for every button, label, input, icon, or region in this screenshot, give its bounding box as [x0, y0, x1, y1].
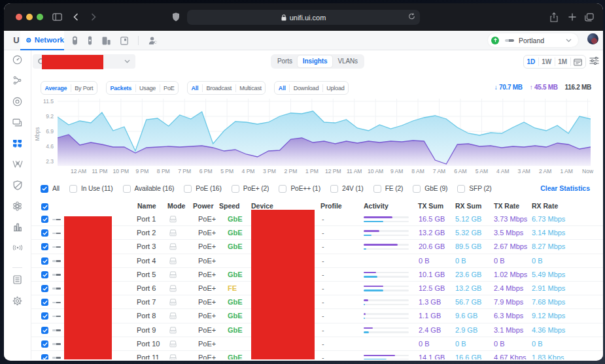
- control-by-port[interactable]: By Port: [71, 85, 97, 91]
- tab-ports[interactable]: Ports: [272, 56, 298, 67]
- sidebar-item-vpn[interactable]: [4, 197, 31, 214]
- sidebar-item-radios[interactable]: [4, 239, 31, 256]
- table-row[interactable]: Port 7PoE+GbE-1.3 GB56.7 GB7.9 Mbps7.68 …: [31, 295, 603, 309]
- table-row[interactable]: Port 5PoE+GbE-10.1 GB23.6 GB1.02 Mbps5.4…: [31, 268, 603, 282]
- filter-24v-1[interactable]: 24V (1): [330, 185, 364, 193]
- back-button[interactable]: [71, 3, 80, 31]
- admins-icon[interactable]: [148, 37, 158, 45]
- traffic-chart[interactable]: 2.34.66.99.211.5Mbps12 AM11 PM10 PM9 PM8…: [31, 96, 603, 176]
- filter-gbe-9[interactable]: GbE (9): [413, 185, 447, 193]
- minimize-window-button[interactable]: [26, 14, 33, 20]
- column-header-name[interactable]: Name: [137, 202, 156, 210]
- protect-app-icon[interactable]: [72, 36, 78, 45]
- tab-vlans[interactable]: VLANs: [332, 56, 363, 67]
- sidebar-item-dashboard[interactable]: [4, 51, 31, 68]
- control-usage[interactable]: Usage: [136, 85, 160, 91]
- filter-available-16[interactable]: Available (16): [123, 185, 175, 193]
- clear-statistics-link[interactable]: Clear Statistics: [540, 184, 590, 192]
- row-checkbox[interactable]: [41, 312, 48, 320]
- column-header-activity[interactable]: Activity: [364, 202, 389, 210]
- access-app-icon[interactable]: [88, 36, 92, 45]
- column-header-mode[interactable]: Mode: [167, 202, 185, 210]
- checkbox-unchecked[interactable]: [457, 185, 465, 193]
- range-1w[interactable]: 1W: [539, 56, 555, 68]
- row-checkbox[interactable]: [41, 354, 48, 359]
- checkbox-unchecked[interactable]: [279, 185, 286, 193]
- control-broadcast[interactable]: Broadcast: [203, 85, 235, 91]
- filter-sfp-2[interactable]: SFP (2): [457, 185, 491, 193]
- control-upload[interactable]: Upload: [323, 85, 348, 91]
- filter-poe-2[interactable]: PoE+ (2): [232, 185, 269, 193]
- avatar[interactable]: [587, 33, 598, 44]
- talk-app-icon[interactable]: [102, 37, 111, 45]
- reload-icon[interactable]: [408, 12, 415, 20]
- control-download[interactable]: Download: [290, 85, 322, 91]
- control-packets[interactable]: Packets: [107, 85, 135, 91]
- column-header-rx-sum[interactable]: RX Sum: [455, 202, 481, 210]
- range-1d[interactable]: 1D: [524, 56, 538, 68]
- row-checkbox[interactable]: [41, 285, 48, 292]
- close-window-button[interactable]: [16, 14, 22, 20]
- table-row[interactable]: Port 10PoE+-0 B0 B0 B0 B: [31, 337, 603, 351]
- sidebar-item-unifi-devices[interactable]: [4, 93, 31, 110]
- column-header-tx-sum[interactable]: TX Sum: [418, 202, 443, 210]
- filter-poe-16[interactable]: PoE (16): [184, 185, 221, 193]
- table-row[interactable]: Port 3PoE+GbE-20.6 GB89.5 GB2.67 Mbps8.2…: [31, 240, 603, 254]
- sidebar-item-wifi[interactable]: [4, 156, 31, 173]
- sidebar-toggle-icon[interactable]: [51, 3, 63, 31]
- tab-network-app[interactable]: Network: [20, 31, 64, 50]
- table-row[interactable]: Port 8PoE+GbE-1.1 GB9.6 GB6.3 Mbps9.12 M…: [31, 309, 603, 323]
- select-all-checkbox[interactable]: [41, 203, 48, 210]
- sidebar-item-topology[interactable]: [4, 72, 31, 89]
- table-row[interactable]: Port 4PoE+-0 B0 B0 B0 B: [31, 254, 603, 268]
- sidebar-item-clients[interactable]: [4, 114, 31, 131]
- checkbox-unchecked[interactable]: [373, 185, 381, 193]
- sidebar-item-settings[interactable]: [4, 292, 31, 309]
- filter-poe-1[interactable]: PoE++ (1): [279, 185, 320, 193]
- sidebar-item-system-log[interactable]: [4, 271, 31, 288]
- row-checkbox[interactable]: [41, 340, 48, 348]
- checkbox-checked[interactable]: [41, 185, 48, 193]
- control-multicast[interactable]: Multicast: [236, 85, 266, 91]
- filter-settings-icon[interactable]: [589, 57, 599, 65]
- zoom-window-button[interactable]: [37, 14, 43, 20]
- table-row[interactable]: Port 1PoE+GbE-16.5 GB5.12 GB3.73 Mbps6.7…: [31, 212, 603, 226]
- checkbox-unchecked[interactable]: [69, 185, 77, 193]
- tab-insights[interactable]: Insights: [298, 56, 333, 67]
- console-selector[interactable]: Portland: [488, 33, 578, 47]
- table-row[interactable]: Port 9PoE+GbE-2.4 GB2.9 GB3.1 Mbps4.36 M…: [31, 323, 603, 337]
- column-header-device[interactable]: Device: [251, 202, 273, 210]
- control-poe[interactable]: PoE: [160, 85, 178, 91]
- sidebar-item-ports[interactable]: [4, 135, 31, 152]
- privacy-shield-icon[interactable]: [171, 3, 181, 31]
- tabs-overview-icon[interactable]: [583, 3, 595, 31]
- column-header-profile[interactable]: Profile: [320, 202, 342, 210]
- row-checkbox[interactable]: [41, 271, 48, 278]
- checkbox-unchecked[interactable]: [232, 185, 239, 193]
- row-checkbox[interactable]: [41, 229, 48, 237]
- row-checkbox[interactable]: [41, 243, 48, 250]
- filter-in-use-11[interactable]: In Use (11): [69, 185, 113, 193]
- address-bar[interactable]: unifi.ui.com: [187, 10, 420, 25]
- column-header-rx-rate[interactable]: RX Rate: [532, 202, 558, 210]
- checkbox-unchecked[interactable]: [413, 185, 421, 193]
- row-checkbox[interactable]: [41, 299, 48, 306]
- calendar-icon[interactable]: [571, 56, 585, 68]
- checkbox-unchecked[interactable]: [123, 185, 131, 193]
- range-1m[interactable]: 1M: [555, 56, 570, 68]
- control-all[interactable]: All: [188, 85, 202, 91]
- table-row[interactable]: Port 11PoE+GbE-14.1 GB16.6 GB4.67 Kbps1.…: [31, 351, 603, 359]
- new-tab-icon[interactable]: [567, 3, 578, 31]
- share-icon[interactable]: [549, 3, 559, 31]
- sidebar-item-insights[interactable]: [4, 218, 31, 235]
- column-header-tx-rate[interactable]: TX Rate: [494, 202, 519, 210]
- filter-all[interactable]: All: [41, 185, 60, 193]
- table-row[interactable]: Port 6PoE+FE-12.5 GB13.2 GB2.4 Mbps2.91 …: [31, 282, 603, 295]
- checkbox-unchecked[interactable]: [184, 185, 192, 193]
- connect-app-icon[interactable]: [120, 37, 128, 45]
- control-all[interactable]: All: [275, 85, 289, 91]
- sidebar-item-security[interactable]: [4, 176, 31, 193]
- checkbox-unchecked[interactable]: [330, 185, 338, 193]
- table-row[interactable]: Port 2PoE+GbE-13.2 GB5.32 GB3.5 Mbps3.14…: [31, 226, 603, 240]
- row-checkbox[interactable]: [41, 327, 48, 334]
